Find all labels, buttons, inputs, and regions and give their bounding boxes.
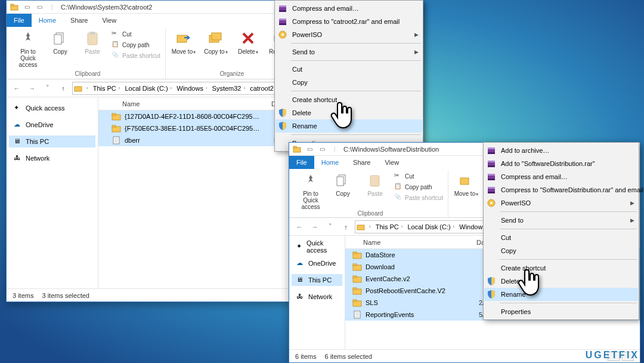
nav-back-button[interactable]: ← <box>293 220 306 233</box>
qat-properties-icon[interactable]: ▭ <box>21 2 32 13</box>
paste-shortcut-button[interactable]: 📎Paste shortcut <box>393 193 444 202</box>
menu-item-add-to-softwaredistribution-rar[interactable]: Add to "SoftwareDistribution.rar" <box>484 157 638 170</box>
cut-button[interactable]: ✂Cut <box>110 29 162 39</box>
menu-item-cut[interactable]: Cut <box>484 231 638 244</box>
tab-share[interactable]: Share <box>346 156 377 169</box>
copy-button[interactable]: Copy <box>329 170 357 197</box>
nav-onedrive[interactable]: ☁OneDrive <box>9 119 95 131</box>
nav-back-button[interactable]: ← <box>10 82 23 95</box>
breadcrumb[interactable]: Windows› <box>175 85 209 92</box>
monitor-icon: 🖥 <box>14 137 22 146</box>
breadcrumb-root[interactable]: › <box>366 224 373 229</box>
tab-share[interactable]: Share <box>63 14 95 27</box>
copy-button[interactable]: Copy <box>46 28 75 55</box>
nav-onedrive[interactable]: ☁OneDrive <box>292 257 342 269</box>
nav-recent-button[interactable]: ˅ <box>41 82 54 95</box>
context-menu-catroot2[interactable]: Compress and email…Compress to "catroot2… <box>274 0 423 152</box>
menu-item-rename[interactable]: Rename <box>484 288 638 301</box>
nav-up-button[interactable]: ↑ <box>339 220 352 233</box>
status-item-count: 3 items <box>13 292 33 299</box>
file-name: {127D0A1D-4EF2-11D1-8608-00C04FC295… <box>125 113 274 120</box>
paste-shortcut-button[interactable]: 📎Paste shortcut <box>110 51 162 60</box>
nav-forward-button[interactable]: → <box>308 220 321 233</box>
nav-this-pc[interactable]: 🖥This PC <box>9 136 95 147</box>
nav-network[interactable]: 🖧Network <box>9 152 95 164</box>
nav-up-button[interactable]: ↑ <box>57 82 70 95</box>
paste-icon <box>83 29 101 47</box>
breadcrumb[interactable]: System32› <box>210 85 247 92</box>
poweriso-icon <box>278 30 287 39</box>
breadcrumb[interactable]: This PC› <box>374 223 405 230</box>
nav-this-pc[interactable]: 🖥This PC <box>292 274 342 286</box>
nav-quick-access[interactable]: ✦Quick access <box>292 241 342 253</box>
qat-properties-icon[interactable]: ▭ <box>304 144 315 155</box>
copy-to-button[interactable]: Copy to▾ <box>202 28 230 55</box>
menu-item-properties[interactable]: Properties <box>484 305 638 318</box>
move-to-button[interactable]: Move to▾ <box>452 170 481 197</box>
pin-quick-access-button[interactable]: Pin to Quick access <box>296 170 325 210</box>
menu-item-label: Compress and email… <box>501 173 568 180</box>
submenu-arrow-icon: ▶ <box>414 49 419 55</box>
tab-home[interactable]: Home <box>314 156 346 169</box>
pin-quick-access-button[interactable]: Pin to Quick access <box>14 28 42 68</box>
nav-recent-button[interactable]: ˅ <box>324 220 337 233</box>
menu-item-copy[interactable]: Copy <box>275 76 422 89</box>
menu-item-rename[interactable]: Rename <box>275 119 422 133</box>
delete-x-icon <box>239 29 257 47</box>
menu-item-label: Cut <box>501 234 511 241</box>
menu-item-copy[interactable]: Copy <box>484 244 638 257</box>
svg-rect-19 <box>112 125 116 127</box>
menu-item-delete[interactable]: Delete <box>275 106 422 119</box>
menu-separator <box>500 259 637 260</box>
col-name[interactable]: Name <box>122 100 271 107</box>
tab-file[interactable]: File <box>7 14 32 27</box>
nav-network[interactable]: 🖧Network <box>292 291 342 303</box>
breadcrumb[interactable]: This PC› <box>91 85 122 92</box>
menu-item-compress-to-catroot2-rar-and-email[interactable]: Compress to "catroot2.rar" and email <box>275 15 422 28</box>
tab-home[interactable]: Home <box>32 14 63 27</box>
breadcrumb-root[interactable]: › <box>83 85 90 91</box>
menu-item-send-to[interactable]: Send to▶ <box>275 45 422 59</box>
copy-path-icon: 📋 <box>394 183 402 191</box>
paste-button[interactable]: Paste <box>361 170 389 197</box>
paste-button[interactable]: Paste <box>78 28 107 55</box>
copy-path-button[interactable]: 📋Copy path <box>110 40 162 50</box>
shield-icon <box>487 290 496 299</box>
svg-rect-32 <box>337 177 343 186</box>
window-title: C:\Windows\System32\catroot2 <box>61 4 152 11</box>
file-name: ReportingEvents <box>366 311 479 318</box>
breadcrumb[interactable]: catroot2 <box>248 85 275 92</box>
nav-forward-button[interactable]: → <box>26 82 39 95</box>
menu-item-poweriso[interactable]: PowerISO▶ <box>275 28 422 41</box>
qat-new-folder-icon[interactable]: ▭ <box>34 2 45 13</box>
nav-pane: ✦Quick access ☁OneDrive 🖥This PC 🖧Networ… <box>289 236 345 349</box>
menu-item-delete[interactable]: Delete <box>484 275 638 288</box>
menu-item-compress-to-softwaredistribution-rar-and-email[interactable]: Compress to "SoftwareDistribution.rar" a… <box>484 183 638 196</box>
folder-icon <box>352 274 362 284</box>
cut-button[interactable]: ✂Cut <box>393 171 444 181</box>
move-to-button[interactable]: Move to▾ <box>169 28 198 55</box>
menu-item-poweriso[interactable]: PowerISO▶ <box>484 196 638 210</box>
qat-new-folder-icon[interactable]: ▭ <box>317 144 327 155</box>
context-menu-softwaredistribution[interactable]: Add to archive…Add to "SoftwareDistribut… <box>483 142 639 320</box>
menu-item-create-shortcut[interactable]: Create shortcut <box>484 262 638 275</box>
breadcrumb[interactable]: Local Disk (C:)› <box>123 85 174 92</box>
menu-item-create-shortcut[interactable]: Create shortcut <box>275 93 422 106</box>
menu-item-cut[interactable]: Cut <box>275 63 422 76</box>
shield-icon <box>278 108 287 118</box>
menu-item-label: Compress to "catroot2.rar" and email <box>292 18 400 25</box>
col-name[interactable]: Name <box>363 239 476 246</box>
menu-item-compress-and-email[interactable]: Compress and email… <box>275 2 422 15</box>
tab-view[interactable]: View <box>377 156 406 169</box>
menu-item-send-to[interactable]: Send to▶ <box>484 214 638 227</box>
menu-item-compress-and-email[interactable]: Compress and email… <box>484 170 638 183</box>
svg-point-62 <box>490 202 493 204</box>
tab-file[interactable]: File <box>289 156 314 169</box>
tab-view[interactable]: View <box>95 14 123 27</box>
menu-separator <box>500 303 637 303</box>
menu-item-add-to-archive[interactable]: Add to archive… <box>484 144 638 157</box>
breadcrumb[interactable]: Local Disk (C:)› <box>405 223 456 230</box>
copy-path-button[interactable]: 📋Copy path <box>393 182 444 192</box>
nav-quick-access[interactable]: ✦Quick access <box>9 102 95 114</box>
delete-button[interactable]: Delete▾ <box>234 28 262 55</box>
